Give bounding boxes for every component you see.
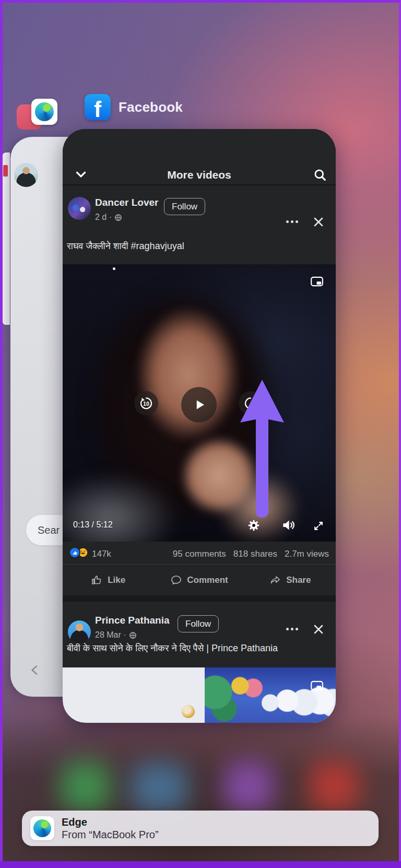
- more-options-icon[interactable]: [286, 628, 298, 630]
- search-pill-label: Sear: [38, 524, 60, 536]
- back-chevron-icon[interactable]: [28, 663, 42, 677]
- like-reaction-icon[interactable]: [69, 547, 80, 558]
- facebook-app-icon[interactable]: f: [85, 94, 111, 120]
- background-app-card[interactable]: [3, 153, 10, 325]
- post-timestamp: 2 d ·: [95, 213, 112, 222]
- close-post-icon[interactable]: [312, 216, 325, 228]
- forward-10-button[interactable]: [239, 391, 263, 415]
- more-options-icon[interactable]: [286, 220, 298, 223]
- screenshot-frame-bottom: [0, 861, 401, 868]
- search-icon[interactable]: [313, 168, 327, 182]
- banner-app-name: Edge: [62, 816, 159, 828]
- follow-button[interactable]: Follow: [164, 198, 205, 215]
- post-author-avatar[interactable]: [68, 620, 91, 643]
- share-label: Share: [286, 575, 311, 585]
- follow-button[interactable]: Follow: [178, 615, 219, 632]
- horses-painting: [205, 667, 336, 723]
- post-timestamp: 28 Mar ·: [95, 630, 126, 640]
- like-icon: [91, 574, 103, 586]
- globe-icon: [114, 214, 122, 221]
- video-time: 0:13 / 5:12: [73, 520, 113, 530]
- shares-count[interactable]: 818 shares: [233, 549, 277, 559]
- like-label: Like: [108, 575, 125, 585]
- page-title: More videos: [63, 169, 336, 181]
- share-icon: [269, 574, 281, 586]
- handoff-banner[interactable]: Edge From “MacBook Pro”: [22, 811, 379, 846]
- blurred-app-icon-red: [309, 761, 359, 812]
- picture-in-picture-icon[interactable]: [309, 679, 325, 693]
- comment-button[interactable]: Comment: [154, 565, 244, 595]
- video-scene-highlight: [113, 267, 115, 270]
- rewind-10-button[interactable]: 10: [134, 391, 158, 415]
- follow-label: Follow: [185, 619, 211, 629]
- blurred-app-icon-purple: [223, 761, 274, 812]
- follow-label: Follow: [172, 202, 197, 212]
- video-scene-face: [136, 306, 240, 442]
- video-player[interactable]: 10 0:13 / 5:12: [63, 264, 336, 542]
- picture-in-picture-icon[interactable]: [309, 275, 325, 288]
- facebook-app-card[interactable]: More videos Dancer Lover Follow 2 d · रा…: [63, 129, 336, 723]
- close-post-icon[interactable]: [312, 623, 325, 636]
- post-meta: 28 Mar ·: [95, 630, 137, 640]
- blurred-app-icon-green: [61, 761, 111, 812]
- share-button[interactable]: Share: [245, 565, 336, 595]
- engagement-stats[interactable]: 95 comments 818 shares 2.7m views: [173, 549, 329, 559]
- comment-label: Comment: [187, 575, 228, 585]
- views-count: 2.7m views: [285, 549, 329, 559]
- post-meta: 2 d ·: [95, 213, 122, 222]
- globe-icon: [129, 631, 137, 639]
- volume-icon[interactable]: [281, 518, 295, 532]
- edge-app-icon[interactable]: [31, 99, 57, 125]
- profile-avatar: [14, 163, 38, 187]
- video-thumbnail[interactable]: [63, 667, 336, 723]
- edge-banner-icon: [30, 816, 54, 840]
- more-videos-header: More videos: [63, 129, 336, 185]
- reaction-count[interactable]: 147k: [92, 549, 111, 559]
- app-switcher-title: Facebook: [119, 99, 183, 115]
- post-author-name[interactable]: Dancer Lover: [95, 197, 158, 208]
- fullscreen-icon[interactable]: [313, 520, 324, 532]
- comment-icon: [170, 574, 182, 586]
- post-caption: बीवी के साथ सोने के लिए नौकर ने दिए पैसे…: [67, 643, 331, 654]
- background-card-content: [3, 165, 8, 177]
- post-separator: [63, 595, 336, 602]
- play-button[interactable]: [181, 387, 217, 423]
- edge-logo-icon: [35, 102, 54, 121]
- post-caption: राघव जैक्लीने शादी #raghavjuyal: [67, 241, 331, 252]
- banner-source-device: From “MacBook Pro”: [62, 829, 159, 841]
- post-author-name[interactable]: Prince Pathania: [95, 615, 170, 626]
- action-bar: Like Comment Share: [63, 564, 336, 595]
- post-author-avatar[interactable]: [68, 197, 91, 220]
- settings-gear-icon[interactable]: [247, 519, 261, 532]
- like-button[interactable]: Like: [63, 565, 154, 595]
- svg-text:10: 10: [143, 401, 149, 407]
- edge-logo-icon: [33, 819, 51, 837]
- comments-count[interactable]: 95 comments: [173, 549, 226, 559]
- blurred-app-icon-blue: [131, 763, 188, 813]
- globe-ornament: [182, 705, 195, 718]
